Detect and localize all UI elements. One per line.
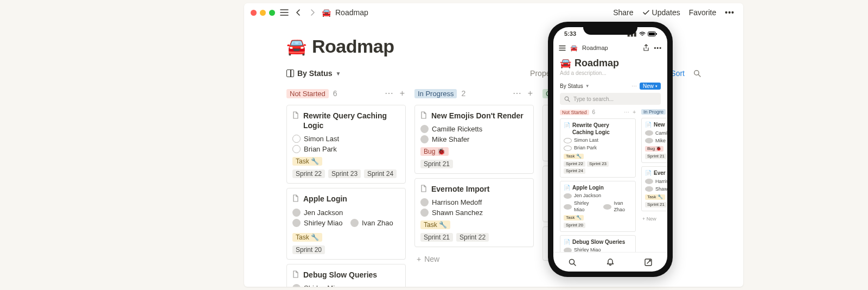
person-name: Ivan Zhao bbox=[614, 200, 632, 213]
column-more-icon[interactable]: ⋯ bbox=[624, 109, 629, 115]
more-menu-icon[interactable]: ••• bbox=[725, 8, 735, 17]
favorite-button[interactable]: Favorite bbox=[689, 8, 717, 17]
page-title[interactable]: Roadmap bbox=[312, 36, 394, 57]
updates-button[interactable]: Updates bbox=[642, 8, 680, 17]
share-button[interactable]: Share bbox=[613, 8, 633, 17]
search-tab-icon[interactable] bbox=[568, 258, 577, 267]
column-more-icon[interactable]: ⋯ bbox=[384, 89, 394, 98]
chevron-down-icon[interactable]: ▼ bbox=[336, 71, 341, 77]
type-tag: Bug 🐞 bbox=[420, 147, 449, 156]
avatar bbox=[420, 198, 429, 206]
phone-tab-bar bbox=[553, 252, 667, 272]
page-emoji[interactable]: 🚘 bbox=[286, 37, 307, 56]
avatar bbox=[564, 138, 572, 143]
minimize-window-icon[interactable] bbox=[260, 10, 266, 16]
card[interactable]: 📄Rewrite Query Caching Logic Simon Last … bbox=[560, 118, 636, 178]
card[interactable]: Evernote Import Harrison Medoff Shawn Sa… bbox=[414, 178, 534, 247]
back-arrow-icon[interactable] bbox=[293, 8, 303, 17]
card-title: Evernote Import bbox=[431, 184, 489, 194]
plus-icon: + bbox=[417, 255, 421, 263]
card[interactable]: Rewrite Query Caching Logic Simon Last B… bbox=[286, 105, 406, 184]
avatar bbox=[564, 204, 572, 210]
page-emoji[interactable]: 🚘 bbox=[560, 58, 571, 69]
titlebar-actions: Share Updates Favorite ••• bbox=[613, 8, 735, 17]
avatar bbox=[292, 219, 301, 227]
view-name[interactable]: By Status bbox=[560, 83, 583, 89]
column-label[interactable]: Not Started bbox=[560, 110, 589, 115]
card-title: Apple Login bbox=[303, 194, 347, 204]
more-menu-icon[interactable]: ⋯ bbox=[631, 83, 637, 89]
hamburger-menu-icon[interactable] bbox=[559, 45, 566, 51]
column-label[interactable]: In Progress bbox=[414, 89, 457, 98]
forward-arrow-icon[interactable] bbox=[308, 8, 317, 17]
column-add-icon[interactable]: + bbox=[399, 89, 406, 98]
column-not-started: Not Started 6 ⋯ + Rewrite Query Caching … bbox=[286, 87, 406, 287]
card[interactable]: Apple Login Jen Jackson Shirley Miao Iva… bbox=[286, 188, 406, 259]
phone-search-input[interactable]: Type to search... bbox=[560, 93, 661, 105]
new-button[interactable]: New ▾ bbox=[640, 83, 661, 90]
compose-tab-icon[interactable] bbox=[644, 258, 653, 267]
breadcrumb-title[interactable]: Roadmap bbox=[582, 45, 608, 51]
sprint-tag: Sprint 23 bbox=[328, 169, 361, 178]
card-title: New Emojis Don't Render bbox=[431, 111, 524, 121]
avatar bbox=[292, 284, 301, 287]
page-title[interactable]: Roadmap bbox=[575, 58, 619, 69]
sprint-tag: Sprint 22 bbox=[564, 161, 585, 167]
phone-screen: 5:33 ▮▮▮ 🚘 Roadmap ••• 🚘 bbox=[553, 27, 667, 272]
page-icon: 📄 bbox=[645, 170, 652, 177]
page-icon bbox=[420, 185, 428, 192]
sort-button[interactable]: Sort bbox=[671, 69, 685, 78]
person-name: Mike Shafer bbox=[432, 135, 469, 143]
column-label[interactable]: Not Started bbox=[286, 89, 329, 98]
column-label[interactable]: In Progre bbox=[641, 109, 666, 115]
phone-board: Not Started 6 ⋯ + 📄Rewrite Query Caching… bbox=[553, 109, 667, 252]
notifications-tab-icon[interactable] bbox=[606, 258, 615, 267]
search-icon[interactable] bbox=[693, 70, 701, 77]
view-name[interactable]: By Status bbox=[297, 69, 333, 78]
breadcrumb-title[interactable]: Roadmap bbox=[335, 8, 368, 17]
add-card-button[interactable]: + New bbox=[414, 251, 534, 267]
type-tag: Task 🔧 bbox=[645, 194, 665, 200]
column-count: 6 bbox=[592, 109, 596, 115]
card[interactable]: 📄New Camill Mike S Bug 🐞 Sprint 21 bbox=[641, 118, 667, 163]
chevron-down-icon[interactable]: ▼ bbox=[585, 84, 590, 89]
column-add-icon[interactable]: + bbox=[527, 89, 534, 98]
column-more-icon[interactable]: ⋯ bbox=[512, 89, 522, 98]
person-name: Brian Park bbox=[304, 145, 337, 153]
card-title: Ever bbox=[654, 170, 666, 177]
add-card-label: New bbox=[424, 255, 439, 263]
card[interactable]: 📄Ever Harris Shawn Task 🔧 Sprint 21 bbox=[641, 166, 667, 211]
window-controls[interactable] bbox=[251, 10, 275, 16]
column-count: 2 bbox=[461, 89, 465, 98]
card[interactable]: 📄Debug Slow Queries Shirley Miao bbox=[560, 235, 636, 252]
more-menu-icon[interactable]: ••• bbox=[654, 45, 662, 51]
column-add-icon[interactable]: + bbox=[633, 109, 636, 115]
avatar bbox=[292, 145, 301, 153]
card[interactable]: New Emojis Don't Render Camille Ricketts… bbox=[414, 105, 534, 174]
page-icon bbox=[420, 111, 428, 119]
hamburger-menu-icon[interactable] bbox=[279, 8, 289, 17]
sprint-tag: Sprint 23 bbox=[587, 161, 609, 167]
sprint-tag: Sprint 24 bbox=[364, 169, 397, 178]
share-icon[interactable] bbox=[643, 44, 649, 52]
page-description-placeholder[interactable]: Add a description... bbox=[553, 69, 667, 77]
svg-rect-3 bbox=[656, 33, 657, 35]
close-window-icon[interactable] bbox=[251, 10, 257, 16]
person-name: Mike S bbox=[655, 138, 667, 144]
card[interactable]: 📄Apple Login Jen Jackson Shirley Miao Iv… bbox=[560, 181, 636, 232]
person-name: Jen Jackson bbox=[304, 209, 343, 217]
sprint-tag: Sprint 21 bbox=[645, 202, 667, 207]
card-title: Apple Login bbox=[572, 185, 604, 192]
maximize-window-icon[interactable] bbox=[269, 10, 275, 16]
card[interactable]: Debug Slow Queries Shirley Miao Leslie J… bbox=[286, 264, 406, 287]
person-name: Harris bbox=[655, 179, 667, 185]
phone-topnav: 🚘 Roadmap ••• bbox=[553, 41, 667, 54]
person-name: Shawn Sanchez bbox=[432, 209, 483, 217]
status-time: 5:33 bbox=[564, 30, 576, 37]
page-icon bbox=[292, 270, 300, 278]
sprint-tag: Sprint 21 bbox=[645, 154, 667, 159]
add-card-button[interactable]: + New bbox=[641, 215, 667, 223]
page-icon bbox=[292, 111, 300, 119]
phone-notch bbox=[583, 22, 637, 35]
column-count: 6 bbox=[333, 89, 337, 98]
